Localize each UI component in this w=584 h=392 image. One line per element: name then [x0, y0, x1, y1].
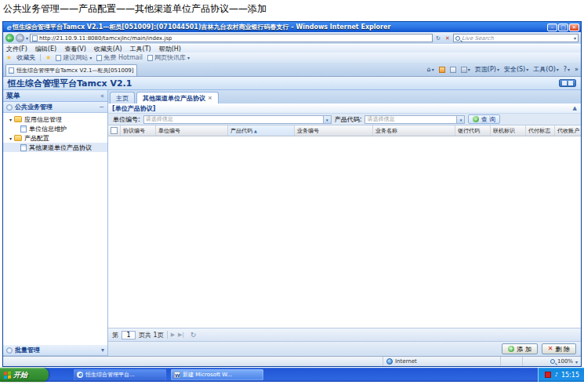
tab-label: 主页 [116, 94, 129, 103]
minimize-button[interactable]: – [547, 24, 557, 31]
column-pay-flag[interactable]: 代付标志 [526, 125, 555, 136]
browser-tab[interactable]: 恒生综合管理平台Tamcx V2.1—柜员[051009] [5, 64, 137, 76]
column-bank-code[interactable]: 银行代码 [455, 125, 491, 136]
menu-tools[interactable]: 工具(T) [130, 45, 151, 53]
maximize-button[interactable]: □ [558, 24, 568, 31]
tab-close-icon[interactable]: × [208, 95, 212, 101]
sidebar: 菜单 « 公共业务管理 − ▾ 应用信息管理 [3, 90, 108, 356]
windows-logo-icon [4, 371, 11, 379]
title-bar[interactable]: e 恒生综合管理平台Tamcx V2.1—柜员[051009]:(0710445… [3, 22, 581, 32]
unit-code-combobox[interactable]: 请选择信息 ▾ [143, 115, 332, 124]
panel-collapse-icon[interactable]: ▲ [573, 105, 577, 111]
plus-icon: + [508, 346, 514, 352]
task-label: 恒生综合管理平台... [85, 371, 135, 379]
sidebar-header: 菜单 « [3, 90, 107, 102]
search-input[interactable]: Live Search ▾ [453, 34, 579, 42]
history-dropdown-icon[interactable]: ▾ [26, 35, 28, 41]
taskbar-item-word[interactable]: W 新建 Microsoft W... [171, 369, 263, 380]
status-bar: Internet 100% ▾ [3, 356, 581, 366]
favorites-item-suggested-sites[interactable]: 建议网站 ▾ [56, 53, 92, 62]
collapse-icon[interactable]: − [99, 103, 104, 111]
menu-view[interactable]: 查看(V) [64, 45, 86, 53]
accordion-group-batch[interactable]: 批量管理 ▾ [3, 345, 107, 356]
checkbox[interactable] [111, 127, 118, 134]
add-button[interactable]: + 添 加 [502, 343, 538, 354]
tab-home[interactable]: 主页 [110, 92, 135, 103]
menu-favorites[interactable]: 收藏夹(A) [94, 45, 122, 53]
combobox-trigger-icon[interactable]: ▾ [323, 116, 331, 123]
menu-help[interactable]: 帮助(H) [159, 45, 181, 53]
home-button[interactable]: ⌂ ▾ [427, 66, 434, 73]
folder-icon [14, 116, 22, 122]
query-button[interactable]: ✓ 查 询 [468, 114, 500, 124]
favorites-item-label: 免费 Hotmail [103, 53, 143, 62]
combobox-trigger-icon[interactable]: ▾ [456, 116, 464, 123]
stop-button[interactable]: ✕ [444, 35, 452, 42]
select-all-column[interactable] [108, 125, 121, 136]
refresh-button[interactable]: ↻ [434, 35, 442, 42]
ie-icon: e [77, 372, 83, 378]
column-unit-no[interactable]: 单位编号 [156, 125, 228, 136]
column-label: 单位编号 [158, 127, 180, 135]
portal-header-tools[interactable] [559, 79, 576, 87]
column-label: 银行代码 [458, 127, 480, 135]
expand-icon[interactable]: ▾ [101, 347, 104, 354]
back-button[interactable]: ← [5, 34, 14, 42]
ie-window: e 恒生综合管理平台Tamcx V2.1—柜员[051009]:(0710445… [2, 21, 582, 367]
tree-expand-icon[interactable]: ▾ [9, 117, 12, 122]
window-title: 恒生综合管理平台Tamcx V2.1—柜员[051009]:(071044501… [13, 23, 546, 31]
tree-node-other-channel-protocol[interactable]: 其他渠道单位产品协议 [3, 143, 107, 152]
column-business-no[interactable]: 业务编号 [295, 125, 373, 136]
page-menu-button[interactable]: 页面(P) ▾ [475, 65, 499, 74]
tree-node-app-info[interactable]: ▾ 应用信息管理 [3, 114, 107, 124]
column-label: 代收账户 [557, 127, 579, 135]
next-page-icon[interactable]: ▶ [171, 332, 175, 338]
column-collect-account[interactable]: 代收账户 [555, 125, 581, 136]
safety-menu-button[interactable]: 安全(S) ▾ [504, 65, 528, 74]
column-online-flag[interactable]: 联机标识 [491, 125, 526, 136]
tab-other-channel-protocol[interactable]: 其他渠道单位产品协议 × [136, 92, 219, 103]
tree-node-unit-info[interactable]: 单位信息维护 [3, 124, 107, 133]
help-icon: ? [564, 66, 567, 73]
zoom-control[interactable]: 100% ▾ [523, 357, 581, 366]
page-number-input[interactable] [122, 331, 136, 339]
divider [40, 54, 41, 61]
menu-file[interactable]: 文件(F) [6, 45, 27, 53]
tree-node-product-config[interactable]: ▾ 产品配置 [3, 133, 107, 143]
delete-button[interactable]: ✕ 删 除 [542, 343, 576, 354]
column-protocol-no[interactable]: 协议编号 [121, 125, 156, 136]
last-page-icon[interactable]: ▶| [178, 332, 184, 338]
tree-expand-icon[interactable]: ▾ [9, 136, 12, 141]
feeds-icon[interactable] [439, 67, 445, 73]
accordion-group-public-business[interactable]: 公共业务管理 − [3, 102, 107, 113]
tree-node-label: 应用信息管理 [24, 115, 62, 124]
column-product-code[interactable]: 产品代码▲ [228, 125, 295, 136]
print-button[interactable]: ▾ [461, 67, 470, 73]
favorites-item-webslices[interactable]: 网页快讯库 ▾ [147, 53, 190, 62]
page-menu-label: 页面(P) [475, 65, 496, 74]
volume-icon[interactable]: ♪ [554, 372, 557, 378]
tools-menu-button[interactable]: 工具(O) ▾ [533, 65, 559, 74]
start-button[interactable]: 开始 [0, 368, 49, 382]
add-favorite-icon[interactable]: ★ [45, 54, 51, 61]
column-business-name[interactable]: 业务名称 [373, 125, 455, 136]
read-mail-icon[interactable] [450, 67, 456, 73]
forward-button[interactable]: → [16, 34, 24, 42]
antivirus-tray-icon[interactable] [545, 372, 551, 378]
favorites-item-hotmail[interactable]: 免费 Hotmail [96, 53, 143, 62]
more-commands-button[interactable]: » [575, 66, 579, 73]
refresh-grid-icon[interactable]: ↻ [190, 331, 197, 339]
search-dropdown-icon[interactable]: ▾ [574, 35, 576, 41]
taskbar-item-portal[interactable]: e 恒生综合管理平台... [74, 369, 166, 380]
internet-zone-icon [386, 358, 393, 365]
favorites-button[interactable]: 收藏夹 [16, 53, 35, 62]
chevron-down-icon: ▾ [568, 67, 570, 72]
sidebar-collapse-icon[interactable]: « [100, 93, 104, 100]
help-button[interactable]: ? ▾ [564, 66, 570, 73]
chevron-down-icon[interactable]: ▾ [575, 359, 578, 365]
close-button[interactable]: ✕ [569, 24, 579, 31]
grid-body-empty[interactable] [108, 136, 581, 328]
menu-edit[interactable]: 编辑(E) [35, 45, 56, 53]
address-input[interactable]: http://21.10.9.11:8080/tamcxjlnc/main/in… [30, 34, 433, 42]
product-code-combobox[interactable]: 请选择信息 ▾ [365, 115, 465, 124]
